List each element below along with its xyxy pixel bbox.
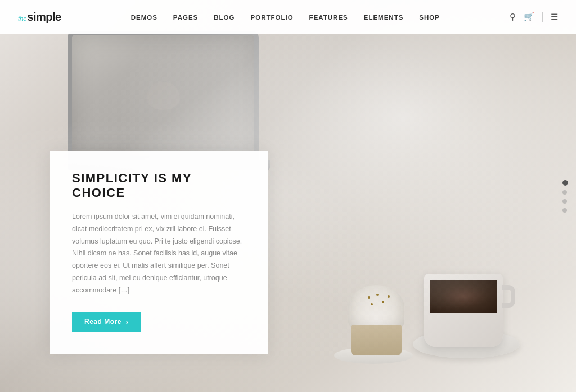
slider-dot-4[interactable] <box>562 208 567 213</box>
hero-card: SIMPLICITY IS MY CHOICE Lorem ipsum dolo… <box>50 151 268 354</box>
cupcake-decoration <box>340 285 413 364</box>
coffee-liquid <box>430 280 497 313</box>
nav-link-portfolio[interactable]: PORTFOLIO <box>251 14 294 21</box>
slider-dot-3[interactable] <box>562 199 567 204</box>
nav-menu: DEMOS PAGES BLOG PORTFOLIO FEATURES ELEM… <box>131 12 440 22</box>
hero-section: SIMPLICITY IS MY CHOICE Lorem ipsum dolo… <box>0 0 576 392</box>
logo-main: simple <box>27 11 61 24</box>
cupcake-sprinkles <box>359 291 393 313</box>
card-body: Lorem ipsum dolor sit amet, vim ei quida… <box>72 211 245 297</box>
nav-link-pages[interactable]: PAGES <box>173 14 198 21</box>
nav-divider <box>542 12 543 22</box>
cupcake-base <box>351 325 402 355</box>
sprinkle <box>371 303 373 305</box>
read-more-button[interactable]: Read More › <box>72 312 141 332</box>
nav-link-features[interactable]: FEATURES <box>309 14 348 21</box>
coffee-cup <box>424 274 503 347</box>
site-logo[interactable]: thesimple <box>18 11 61 24</box>
nav-item-portfolio[interactable]: PORTFOLIO <box>251 12 294 22</box>
coffee-decoration <box>407 212 531 358</box>
nav-icon-group: ⚲ 🛒 ☰ <box>510 12 558 22</box>
nav-link-elements[interactable]: ELEMENTS <box>364 14 404 21</box>
nav-item-pages[interactable]: PAGES <box>173 12 198 22</box>
laptop-screen <box>68 31 259 160</box>
sprinkle <box>382 301 384 303</box>
nav-link-blog[interactable]: BLOG <box>214 14 235 21</box>
card-title: SIMPLICITY IS MY CHOICE <box>72 171 245 201</box>
nav-item-blog[interactable]: BLOG <box>214 12 235 22</box>
main-nav: thesimple DEMOS PAGES BLOG PORTFOLIO FEA… <box>0 0 576 34</box>
read-more-label: Read More <box>84 318 122 326</box>
menu-icon[interactable]: ☰ <box>551 12 558 22</box>
slider-dot-2[interactable] <box>562 190 567 195</box>
nav-item-demos[interactable]: DEMOS <box>131 12 158 22</box>
nav-item-features[interactable]: FEATURES <box>309 12 348 22</box>
arrow-icon: › <box>126 318 129 326</box>
nav-item-shop[interactable]: SHOP <box>419 12 440 22</box>
nav-item-elements[interactable]: ELEMENTS <box>364 12 404 22</box>
sprinkle <box>388 295 390 298</box>
nav-link-demos[interactable]: DEMOS <box>131 14 158 21</box>
sprinkle <box>376 294 379 296</box>
logo-prefix: the <box>18 15 26 22</box>
cart-icon[interactable]: 🛒 <box>524 12 534 22</box>
nav-link-shop[interactable]: SHOP <box>419 14 440 21</box>
slider-dot-1[interactable] <box>562 180 568 186</box>
slider-dots <box>562 180 568 213</box>
sprinkle <box>368 296 370 299</box>
search-icon[interactable]: ⚲ <box>510 12 516 22</box>
coffee-handle <box>502 285 515 308</box>
